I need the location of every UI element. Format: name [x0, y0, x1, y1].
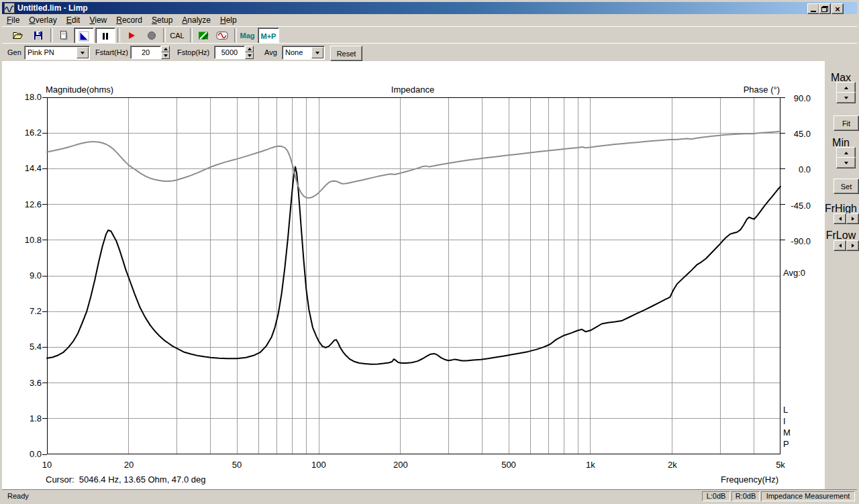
- fstop-stepper: [245, 46, 254, 59]
- fstart-stepper: [161, 46, 170, 59]
- spin-down-button[interactable]: [245, 52, 254, 59]
- menu-bar: FileOverlayEditViewRecordSetupAnalyzeHel…: [2, 14, 857, 26]
- title-bar[interactable]: Untitled.lim - Limp ×: [2, 2, 857, 14]
- play-button[interactable]: [122, 28, 140, 43]
- magnitude-tick-label: 16.2: [12, 128, 42, 138]
- sine-generator-icon: [216, 30, 228, 41]
- floppy-save-icon: [33, 30, 44, 41]
- fit-scale-button[interactable]: [74, 28, 94, 44]
- phase-tick-label: -45.0: [784, 201, 811, 211]
- menu-item-help[interactable]: Help: [215, 14, 242, 26]
- toolbar-separator: [163, 28, 166, 42]
- fit-scale-icon: [79, 31, 89, 42]
- close-button[interactable]: ×: [831, 3, 844, 14]
- limp-watermark-letter: M: [783, 427, 791, 438]
- frequency-tick-label: 200: [384, 460, 417, 470]
- reset-button[interactable]: Reset: [330, 46, 362, 61]
- copy-button[interactable]: [54, 28, 72, 43]
- magnitude-tick-label: 1.8: [12, 413, 42, 423]
- spin-down-button[interactable]: [161, 52, 170, 59]
- phase-curve: [47, 132, 780, 198]
- fit-button[interactable]: Fit: [833, 115, 859, 131]
- minimize-icon: [811, 11, 816, 12]
- close-icon: ×: [835, 5, 840, 13]
- mag-phase-button-label: M+P: [261, 32, 276, 40]
- avg-select[interactable]: None: [282, 46, 325, 60]
- restore-button[interactable]: [819, 3, 831, 14]
- menu-item-analyze[interactable]: Analyze: [177, 14, 215, 26]
- impedance-plot[interactable]: [47, 97, 780, 454]
- frequency-tick-label: 2k: [656, 460, 689, 470]
- generator-select-value: Pink PN: [28, 48, 54, 56]
- record-button[interactable]: [142, 28, 160, 43]
- overlay-button[interactable]: [194, 28, 212, 43]
- left-arrow-icon: [839, 217, 842, 221]
- toolbar-separator: [117, 28, 120, 42]
- limp-watermark-letter: P: [783, 439, 789, 449]
- right-arrow-icon: [852, 217, 854, 221]
- save-file-button[interactable]: [29, 28, 47, 43]
- min-down-button[interactable]: [836, 157, 856, 168]
- frequency-tick-label: 10: [30, 460, 64, 470]
- magnitude-tick-label: 14.4: [12, 163, 42, 173]
- menu-item-edit[interactable]: Edit: [62, 14, 85, 26]
- fstart-label: Fstart(Hz): [95, 46, 128, 60]
- magnitude-tick-label: 10.8: [12, 235, 42, 245]
- set-button-label: Set: [841, 183, 852, 191]
- app-icon[interactable]: [4, 3, 15, 13]
- restore-icon: [821, 6, 828, 12]
- right-arrow-icon: [852, 244, 854, 248]
- toolbar-separator: [50, 28, 53, 42]
- generator-select[interactable]: Pink PN: [24, 46, 90, 60]
- status-text: Ready: [7, 492, 29, 500]
- frlow-right-button[interactable]: [846, 240, 859, 251]
- menu-item-overlay[interactable]: Overlay: [24, 14, 61, 26]
- limp-logo-icon: [5, 3, 14, 13]
- frhigh-right-button[interactable]: [846, 213, 859, 224]
- frequency-tick-label: 20: [112, 460, 146, 470]
- gen-label: Gen: [7, 46, 21, 60]
- frlow-left-button[interactable]: [833, 240, 846, 251]
- spin-up-button[interactable]: [245, 46, 254, 52]
- pause-button[interactable]: [95, 28, 115, 44]
- down-arrow-icon: [844, 162, 848, 164]
- frhigh-left-button[interactable]: [833, 213, 846, 224]
- generator-button[interactable]: [213, 28, 232, 43]
- magnitude-curve: [47, 166, 780, 364]
- mag-view-button[interactable]: Mag: [238, 28, 256, 43]
- frequency-tick-label: 100: [302, 460, 336, 470]
- open-folder-icon: [12, 30, 23, 41]
- max-down-button[interactable]: [836, 92, 856, 103]
- chevron-down-icon[interactable]: [311, 47, 323, 58]
- left-level-indicator: L:0dB: [702, 491, 730, 501]
- fstop-input[interactable]: 5000: [214, 46, 245, 59]
- measurement-controls-bar: Gen Pink PN Fstart(Hz) 20 Fstop(Hz) 5000…: [2, 43, 857, 62]
- menu-item-setup[interactable]: Setup: [147, 14, 177, 26]
- frequency-tick-label: 5k: [764, 460, 797, 470]
- menu-item-record[interactable]: Record: [111, 14, 147, 26]
- app-window: Untitled.lim - Limp × FileOverlayEditVie…: [0, 0, 859, 504]
- frequency-axis-title: Frequency(Hz): [671, 474, 778, 485]
- down-arrow-icon: [844, 97, 848, 99]
- frequency-tick-label: 500: [492, 460, 525, 470]
- window-title: Untitled.lim - Limp: [17, 3, 88, 13]
- open-file-button[interactable]: [9, 28, 27, 43]
- menu-item-view[interactable]: View: [85, 14, 111, 26]
- spin-up-button[interactable]: [161, 46, 170, 52]
- phase-tick-label: 0.0: [784, 164, 811, 174]
- cal-button[interactable]: CAL: [167, 28, 187, 43]
- chevron-down-icon[interactable]: [77, 47, 89, 58]
- frequency-tick-label: 1k: [574, 460, 607, 470]
- left-arrow-icon: [839, 244, 842, 248]
- magnitude-tick-label: 12.6: [12, 199, 42, 209]
- menu-item-file[interactable]: File: [2, 14, 24, 26]
- fstart-input[interactable]: 20: [130, 46, 161, 59]
- mag-phase-view-button[interactable]: M+P: [258, 28, 279, 44]
- toolbar-separator: [190, 28, 193, 42]
- minimize-button[interactable]: [807, 3, 819, 14]
- magnitude-tick-label: 5.4: [12, 342, 42, 352]
- pause-icon: [100, 31, 111, 42]
- set-button[interactable]: Set: [833, 179, 859, 194]
- status-bar: Ready L:0dB R:0dB Impedance Measurement: [2, 489, 857, 503]
- avg-select-value: None: [285, 48, 303, 56]
